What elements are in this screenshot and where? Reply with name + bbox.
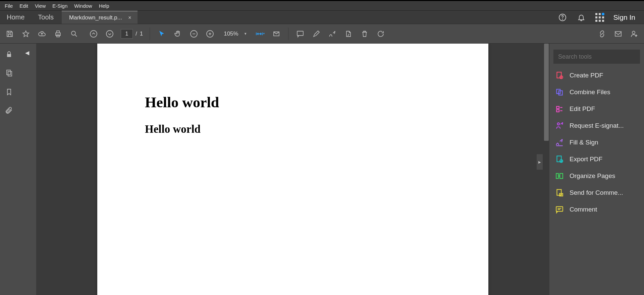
document-tab[interactable]: Markdown_result.p... × xyxy=(62,11,138,24)
menu-edit[interactable]: Edit xyxy=(16,2,32,10)
link-icon[interactable] xyxy=(597,29,607,39)
star-icon[interactable] xyxy=(21,29,31,39)
menu-window[interactable]: Window xyxy=(71,2,95,10)
sign-in-button[interactable]: Sign In xyxy=(613,13,635,21)
svg-rect-14 xyxy=(7,54,11,57)
main-toolbar: / 1 105% ▼ ▼ xyxy=(0,24,644,44)
rotate-icon[interactable] xyxy=(376,29,386,39)
svg-rect-15 xyxy=(7,70,10,75)
svg-point-23 xyxy=(557,123,560,125)
tab-home[interactable]: Home xyxy=(0,11,31,24)
print-icon[interactable] xyxy=(53,29,63,39)
svg-rect-12 xyxy=(615,32,621,36)
page-up-icon[interactable] xyxy=(89,29,99,39)
tool-label: Fill & Sign xyxy=(570,139,598,146)
tool-label: Export PDF xyxy=(570,156,602,163)
svg-point-5 xyxy=(71,31,75,35)
tool-label: Combine Files xyxy=(570,88,610,96)
tool-item-create-pdf[interactable]: Create PDF xyxy=(553,67,640,84)
find-icon[interactable] xyxy=(69,29,79,39)
svg-rect-24 xyxy=(557,156,561,162)
hand-tool-icon[interactable] xyxy=(173,29,183,39)
page-sep: / xyxy=(136,31,137,37)
tool-item-request-e-signat-[interactable]: Request E-signat... xyxy=(553,117,640,134)
tool-label: Comment xyxy=(570,206,597,213)
tool-item-organize-pages[interactable]: Organize Pages xyxy=(553,168,640,184)
tool-icon xyxy=(555,188,564,197)
apps-icon[interactable] xyxy=(595,13,604,22)
share-user-icon[interactable] xyxy=(629,29,639,39)
tool-label: Edit PDF xyxy=(570,105,595,113)
zoom-out-icon[interactable] xyxy=(189,29,199,39)
tools-panel: Create PDFCombine FilesEdit PDFRequest E… xyxy=(549,44,644,295)
page-down-icon[interactable] xyxy=(105,29,115,39)
document-scrollbar[interactable] xyxy=(543,44,549,295)
tool-icon xyxy=(555,205,564,214)
bell-icon[interactable] xyxy=(577,13,586,22)
left-nav-bar xyxy=(0,44,18,295)
tool-label: Organize Pages xyxy=(570,172,615,180)
tool-item-fill-sign[interactable]: Fill & Sign xyxy=(553,134,640,151)
tool-icon xyxy=(555,155,564,164)
document-viewport[interactable]: Hello world Hello world ▶ xyxy=(36,44,549,295)
zoom-in-icon[interactable] xyxy=(205,29,215,39)
tool-label: Create PDF xyxy=(570,72,603,79)
page-number-input[interactable] xyxy=(121,29,133,39)
tool-item-comment[interactable]: Comment xyxy=(553,201,640,218)
highlight-icon[interactable] xyxy=(311,29,321,39)
bookmark-icon[interactable] xyxy=(4,87,14,97)
menu-bar: File Edit View E-Sign Window Help xyxy=(0,1,644,11)
fit-width-icon[interactable]: ▼ xyxy=(255,29,265,39)
svg-rect-11 xyxy=(297,31,303,36)
menu-view[interactable]: View xyxy=(32,2,49,10)
close-tab-icon[interactable]: × xyxy=(127,15,133,21)
email-icon[interactable] xyxy=(613,29,623,39)
stamp-icon[interactable] xyxy=(343,29,354,39)
svg-point-7 xyxy=(106,31,113,37)
tool-icon xyxy=(555,121,564,130)
menu-help[interactable]: Help xyxy=(96,2,113,10)
search-tools-field[interactable] xyxy=(553,50,640,64)
save-icon[interactable] xyxy=(5,29,15,39)
cloud-upload-icon[interactable] xyxy=(37,29,47,39)
tool-icon xyxy=(555,104,564,114)
attachment-icon[interactable] xyxy=(4,106,14,115)
sign-icon[interactable] xyxy=(327,29,337,39)
tool-icon xyxy=(555,87,564,97)
comment-icon[interactable] xyxy=(295,29,305,39)
thumbnails-icon[interactable] xyxy=(4,68,14,78)
doc-heading-1: Hello world xyxy=(145,94,441,111)
pdf-page: Hello world Hello world xyxy=(97,44,488,295)
tool-item-send-for-comme-[interactable]: Send for Comme... xyxy=(553,184,640,201)
tools-scrollbar[interactable] xyxy=(639,66,643,254)
lock-icon[interactable] xyxy=(4,50,14,59)
svg-rect-21 xyxy=(556,106,559,109)
menu-esign[interactable]: E-Sign xyxy=(49,2,71,10)
read-mode-icon[interactable] xyxy=(271,29,281,39)
svg-rect-22 xyxy=(556,110,559,112)
tool-item-edit-pdf[interactable]: Edit PDF xyxy=(553,101,640,117)
tool-item-combine-files[interactable]: Combine Files xyxy=(553,84,640,101)
tool-icon xyxy=(555,71,564,80)
tool-icon xyxy=(555,171,564,181)
zoom-value[interactable]: 105% xyxy=(221,29,241,39)
delete-icon[interactable] xyxy=(360,29,370,39)
tool-item-export-pdf[interactable]: Export PDF xyxy=(553,151,640,168)
svg-point-13 xyxy=(632,31,635,34)
help-icon[interactable] xyxy=(558,13,567,22)
page-total: 1 xyxy=(140,31,143,37)
zoom-dropdown-icon[interactable]: ▼ xyxy=(244,32,247,36)
menu-file[interactable]: File xyxy=(1,2,16,10)
svg-point-1 xyxy=(562,19,562,19)
right-panel-toggle[interactable]: ▶ xyxy=(537,154,543,170)
selection-tool-icon[interactable] xyxy=(157,29,167,39)
document-tab-label: Markdown_result.p... xyxy=(69,14,122,21)
svg-rect-27 xyxy=(560,173,563,178)
search-tools-input[interactable] xyxy=(558,53,635,60)
svg-rect-26 xyxy=(556,173,558,178)
svg-rect-30 xyxy=(556,206,563,211)
tab-tools[interactable]: Tools xyxy=(31,11,60,24)
left-panel-toggle[interactable]: ◀ xyxy=(18,44,36,295)
tab-bar: Home Tools Markdown_result.p... × Sign I… xyxy=(0,11,644,24)
tool-label: Send for Comme... xyxy=(570,189,623,196)
